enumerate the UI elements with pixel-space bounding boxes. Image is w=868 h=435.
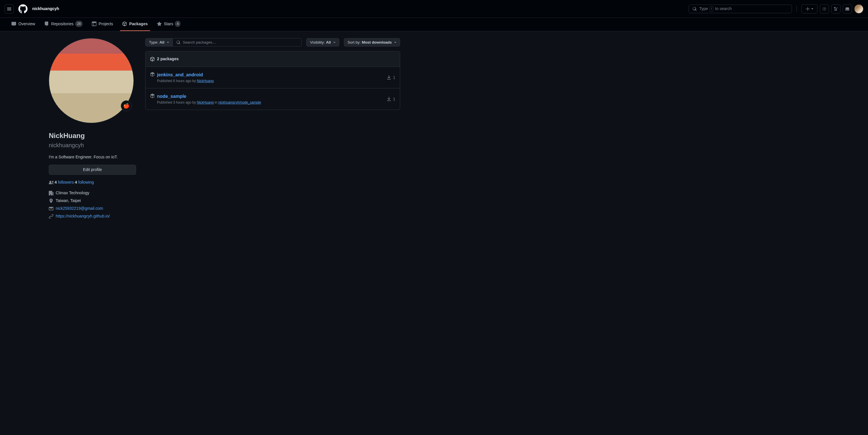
triangle-down-icon	[394, 42, 396, 43]
type-filter-dropdown[interactable]: Type: All	[145, 38, 173, 46]
pub-by: by	[191, 100, 197, 104]
global-header: nickhuangcyh Type / to search	[0, 0, 868, 18]
visibility-filter-dropdown[interactable]: Visibility: All	[306, 38, 339, 46]
package-downloads: 1	[386, 71, 395, 84]
package-author-link[interactable]: NickHuang	[197, 100, 214, 104]
profile-email-row: nick25932219@gmail.com	[49, 206, 136, 212]
profile-location-row: Taiwan, Taipei	[49, 198, 136, 204]
main-layout: 🍎 NickHuang nickhuangcyh I'm a Software …	[0, 31, 448, 228]
package-name-link[interactable]: node_sample	[157, 94, 186, 99]
package-row: node_sample Published 3 hours ago by Nic…	[146, 88, 400, 110]
people-icon	[49, 180, 53, 185]
issue-icon	[823, 7, 826, 11]
search-icon	[692, 7, 697, 11]
triangle-down-icon	[333, 42, 336, 43]
global-search-button[interactable]: Type / to search	[689, 5, 792, 13]
tab-repositories-label: Repositories	[51, 21, 73, 27]
following-count: 4	[75, 180, 77, 185]
package-icon	[150, 57, 155, 61]
package-author-link[interactable]: NickHuang	[197, 79, 214, 83]
followers-count: 4	[55, 180, 57, 185]
follow-stats: 4 followers · 4 following	[49, 179, 136, 185]
package-row: jenkins_and_android Published 6 hours ag…	[146, 67, 400, 88]
packages-content: Type: All Visibility: All Sort by: Most …	[141, 38, 405, 221]
status-badge-button[interactable]: 🍎	[121, 100, 132, 111]
tab-projects[interactable]: Projects	[90, 18, 116, 31]
triangle-down-icon	[167, 42, 169, 43]
container-icon	[150, 94, 155, 98]
issues-button[interactable]	[820, 4, 829, 13]
profile-website-link[interactable]: https://nickhuangcyh.github.io/	[56, 213, 110, 219]
hamburger-icon	[7, 7, 11, 11]
table-icon	[92, 22, 96, 26]
profile-tabs: Overview Repositories 28 Projects Packag…	[0, 18, 868, 31]
downloads-count: 1	[393, 74, 395, 81]
profile-username: nickhuangcyh	[49, 141, 136, 150]
tab-stars[interactable]: Stars 4	[155, 18, 183, 31]
package-meta: Published 6 hours ago by NickHuang	[157, 78, 386, 84]
packages-count: 2 packages	[157, 56, 179, 62]
visibility-filter-prefix: Visibility:	[310, 40, 325, 44]
profile-sidebar: 🍎 NickHuang nickhuangcyh I'm a Software …	[0, 38, 141, 221]
profile-display-name: NickHuang	[49, 130, 136, 141]
pub-prefix: Published	[157, 79, 173, 83]
user-avatar-button[interactable]	[854, 4, 863, 13]
package-search-input[interactable]	[183, 40, 298, 44]
create-new-dropdown[interactable]	[801, 4, 817, 13]
sort-prefix: Sort by:	[348, 40, 361, 44]
filter-row: Type: All Visibility: All Sort by: Most …	[145, 38, 400, 46]
mail-icon	[49, 206, 53, 211]
profile-details: Climax Technology Taiwan, Taipei nick259…	[49, 190, 136, 219]
tab-repositories[interactable]: Repositories 28	[42, 18, 85, 31]
profile-email-link[interactable]: nick25932219@gmail.com	[56, 206, 103, 212]
tab-packages-label: Packages	[129, 21, 148, 27]
github-logo-icon	[19, 4, 28, 13]
package-meta: Published 3 hours ago by NickHuang in ni…	[157, 100, 386, 105]
tab-overview[interactable]: Overview	[9, 18, 37, 31]
package-downloads: 1	[386, 93, 395, 105]
notifications-button[interactable]	[843, 4, 852, 13]
triangle-down-icon	[811, 8, 813, 9]
followers-link[interactable]: 4 followers	[55, 179, 74, 185]
profile-avatar[interactable]: 🍎	[49, 38, 134, 123]
profile-bio: I'm a Software Engineer. Focus on IoT.	[49, 154, 136, 160]
package-repo-link[interactable]: nickhuangcyh/node_sample	[218, 100, 261, 104]
search-slash-kbd: /	[710, 6, 713, 11]
location-icon	[49, 198, 53, 203]
search-type-label: Type	[699, 6, 708, 12]
profile-company-row: Climax Technology	[49, 190, 136, 196]
profile-website-row: https://nickhuangcyh.github.io/	[49, 213, 136, 219]
inbox-icon	[845, 7, 849, 11]
repositories-count: 28	[75, 21, 82, 27]
package-icon	[122, 22, 127, 26]
github-logo-link[interactable]	[19, 4, 28, 13]
header-divider	[797, 5, 797, 12]
edit-profile-button[interactable]: Edit profile	[49, 165, 136, 175]
package-name-link[interactable]: jenkins_and_android	[157, 72, 203, 77]
search-icon	[176, 40, 181, 45]
hamburger-menu-button[interactable]	[5, 4, 14, 13]
star-icon	[157, 22, 162, 26]
downloads-count: 1	[393, 96, 395, 102]
search-suffix-label: to search	[715, 6, 732, 12]
tab-packages[interactable]: Packages	[120, 18, 150, 31]
visibility-filter-value: All	[326, 40, 331, 44]
organization-icon	[49, 191, 53, 195]
repo-prefix: in	[214, 100, 218, 104]
stars-count: 4	[175, 21, 181, 27]
type-filter-prefix: Type:	[149, 40, 158, 44]
status-emoji: 🍎	[123, 102, 129, 110]
repo-icon	[44, 22, 49, 26]
following-link[interactable]: 4 following	[75, 179, 94, 185]
pull-requests-button[interactable]	[831, 4, 840, 13]
pub-by: by	[191, 79, 197, 83]
profile-company: Climax Technology	[56, 190, 89, 196]
pull-request-icon	[834, 7, 838, 11]
download-icon	[386, 97, 391, 101]
sort-dropdown[interactable]: Sort by: Most downloads	[344, 38, 400, 46]
sort-value: Most downloads	[362, 40, 392, 44]
pub-time: 6 hours ago	[173, 79, 191, 83]
package-search-wrap	[173, 38, 302, 46]
type-filter-value: All	[160, 40, 164, 44]
context-username-link[interactable]: nickhuangcyh	[32, 6, 59, 12]
